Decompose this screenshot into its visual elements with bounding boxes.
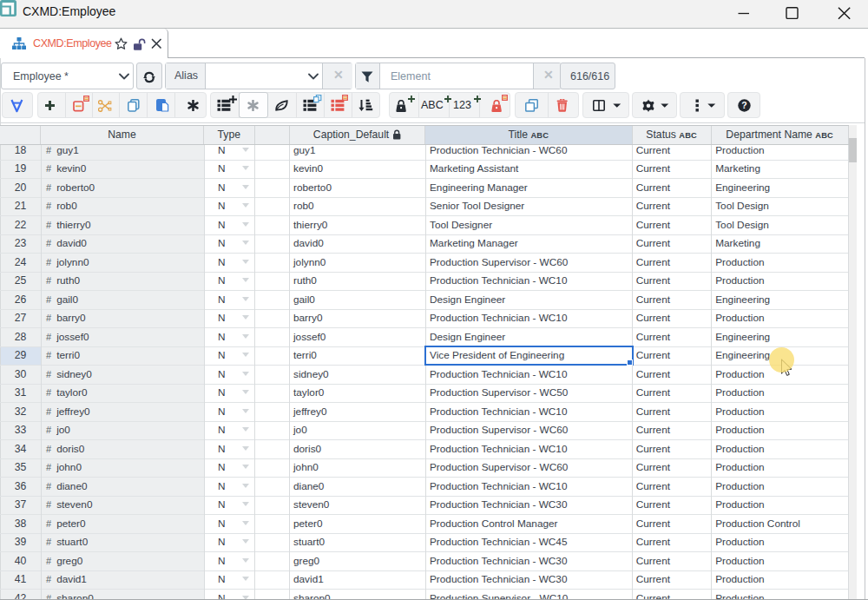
svg-text:?: ?: [741, 100, 746, 110]
